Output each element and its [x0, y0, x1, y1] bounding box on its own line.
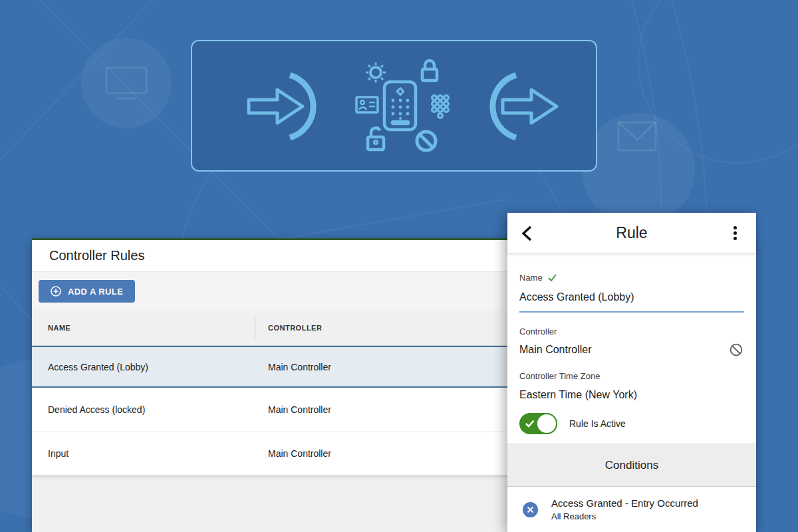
lock-icon — [422, 61, 437, 80]
rule-detail-panel: Rule Name Access Granted (Lobby) Control… — [507, 213, 756, 532]
controller-label: Controller — [519, 327, 557, 336]
page-title: Controller Rules — [49, 248, 144, 263]
column-divider — [255, 316, 255, 340]
rule-form: Name Access Granted (Lobby) Controller M… — [507, 253, 756, 444]
timezone-label: Controller Time Zone — [519, 371, 600, 381]
monitor-icon — [106, 68, 146, 98]
rule-panel-header: Rule — [507, 213, 756, 253]
envelope-icon — [618, 122, 656, 150]
kebab-menu-icon[interactable] — [728, 223, 741, 242]
rule-name-cell: Access Granted (Lobby) — [32, 362, 255, 372]
conditions-title: Conditions — [605, 459, 658, 472]
name-label: Name — [519, 273, 543, 283]
id-card-icon — [356, 97, 378, 112]
timezone-field: Controller Time Zone Eastern Time (New Y… — [519, 371, 744, 401]
rule-controller-cell: Main Controller — [255, 448, 331, 459]
rule-name-cell: Input — [32, 448, 255, 459]
toggle-check-icon — [525, 418, 535, 429]
name-field[interactable]: Name Access Granted (Lobby) — [519, 253, 744, 313]
timezone-value: Eastern Time (New York) — [519, 389, 744, 401]
rule-controller-cell: Main Controller — [255, 362, 331, 372]
condition-item[interactable]: Access Granted - Entry Occurred All Read… — [507, 487, 756, 532]
toggle-knob — [536, 413, 557, 434]
controller-field: Controller Main Controller — [519, 327, 744, 356]
access-banner — [191, 40, 597, 172]
add-rule-label: ADD A RULE — [68, 287, 123, 297]
controller-value: Main Controller — [519, 344, 591, 356]
condition-text: Access Granted - Entry Occurred All Read… — [551, 497, 698, 521]
sun-icon — [366, 63, 386, 82]
rule-active-toggle[interactable] — [519, 413, 557, 434]
add-rule-button[interactable]: ADD A RULE — [39, 280, 135, 303]
block-icon[interactable] — [730, 343, 743, 356]
rule-active-label: Rule Is Active — [569, 418, 626, 429]
desktop-background: Controller Rules ADD A RULE NAME CONTROL… — [0, 0, 798, 532]
unlock-icon — [368, 128, 384, 150]
block-icon — [417, 132, 436, 150]
conditions-section-header: Conditions — [507, 444, 756, 487]
name-input[interactable]: Access Granted (Lobby) — [519, 291, 744, 313]
remove-condition-icon[interactable] — [523, 502, 538, 517]
rule-panel-title: Rule — [507, 224, 756, 242]
rule-name-cell: Denied Access (locked) — [32, 404, 255, 415]
rule-active-row: Rule Is Active — [519, 413, 744, 434]
keypad-dots-icon — [432, 96, 449, 118]
exit-arrow-icon — [493, 75, 557, 138]
plus-circle-icon — [51, 286, 61, 297]
entry-arrow-icon — [249, 75, 313, 138]
rule-controller-cell: Main Controller — [255, 404, 331, 415]
column-header-controller: CONTROLLER — [255, 324, 322, 332]
valid-check-icon — [547, 273, 557, 282]
condition-title: Access Granted - Entry Occurred — [551, 497, 698, 509]
column-header-name: NAME — [32, 324, 255, 332]
condition-subtitle: All Readers — [551, 511, 698, 521]
keypad-device-dots — [392, 99, 410, 120]
